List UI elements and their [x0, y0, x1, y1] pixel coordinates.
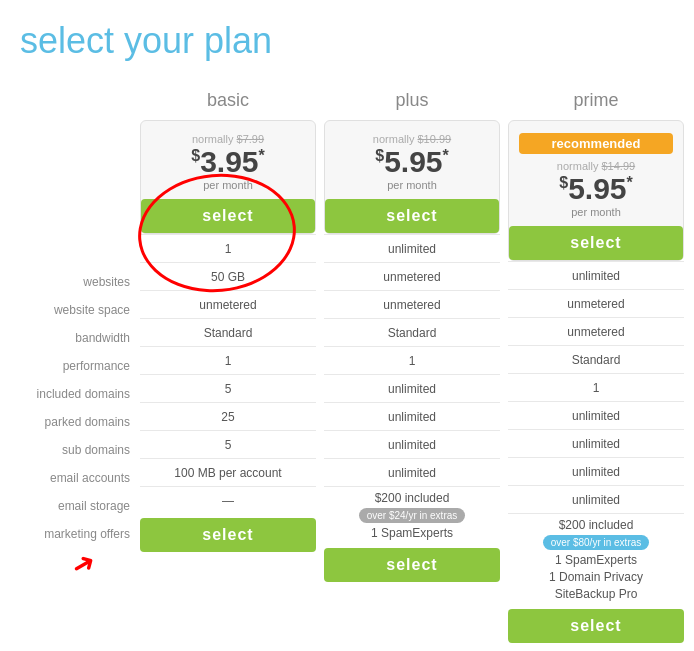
label-included-domains: included domains [10, 380, 140, 408]
feature-email-accounts-basic: 5 [140, 430, 316, 458]
normally-price-plus: normally $10.99 [373, 133, 451, 145]
plan-name-basic: basic [207, 86, 249, 114]
feature-performance-basic: Standard [140, 318, 316, 346]
label-bandwidth: bandwidth [10, 324, 140, 352]
normally-price-prime: normally $14.99 [557, 160, 635, 172]
feature-parked-domains-basic: 5 [140, 374, 316, 402]
feature-labels-column: websites website space bandwidth perform… [10, 86, 140, 548]
plans-area: basic normally $7.99 $3.95* per month se… [140, 86, 684, 643]
label-website-space: website space [10, 296, 140, 324]
feature-marketing-plus: $200 included over $24/yr in extras 1 Sp… [324, 486, 500, 544]
label-websites: websites [10, 268, 140, 296]
feature-websites-prime: unlimited [508, 261, 684, 289]
per-month-basic: per month [203, 179, 253, 191]
feature-included-domains-prime: 1 [508, 373, 684, 401]
feature-rows-prime: unlimited unmetered unmetered Standard 1… [508, 261, 684, 605]
label-parked-domains: parked domains [10, 408, 140, 436]
feature-bandwidth-plus: unmetered [324, 290, 500, 318]
plan-col-prime: prime recommended normally $14.99 $5.95*… [508, 86, 684, 643]
label-marketing-offers: marketing offers [10, 520, 140, 548]
plans-outer-wrapper: ➜ websites website space bandwidth perfo… [10, 86, 684, 643]
label-email-accounts: email accounts [10, 464, 140, 492]
extras-badge-prime: over $80/yr in extras [543, 535, 650, 550]
feature-rows-basic: 1 50 GB unmetered Standard 1 5 25 5 100 … [140, 234, 316, 514]
select-button-basic-top[interactable]: select [141, 199, 315, 233]
feature-websites-plus: unlimited [324, 234, 500, 262]
feature-email-storage-basic: 100 MB per account [140, 458, 316, 486]
feature-websites-basic: 1 [140, 234, 316, 262]
label-email-storage: email storage [10, 492, 140, 520]
label-sub-domains: sub domains [10, 436, 140, 464]
feature-performance-plus: Standard [324, 318, 500, 346]
plan-name-prime: prime [573, 86, 618, 114]
plan-name-plus: plus [395, 86, 428, 114]
recommended-badge: recommended [519, 133, 673, 154]
feature-included-domains-plus: 1 [324, 346, 500, 374]
plan-card-basic: normally $7.99 $3.95* per month select [140, 120, 316, 234]
feature-website-space-basic: 50 GB [140, 262, 316, 290]
main-price-basic: $3.95* [191, 147, 265, 177]
normally-price-basic: normally $7.99 [192, 133, 264, 145]
feature-website-space-plus: unmetered [324, 262, 500, 290]
select-button-basic-bottom[interactable]: select [140, 518, 316, 552]
extras-badge-plus: over $24/yr in extras [359, 508, 466, 523]
main-price-plus: $5.95* [375, 147, 449, 177]
feature-parked-domains-prime: unlimited [508, 401, 684, 429]
plans-wrapper: websites website space bandwidth perform… [10, 86, 684, 643]
feature-email-storage-prime: unlimited [508, 485, 684, 513]
feature-sub-domains-plus: unlimited [324, 402, 500, 430]
feature-marketing-prime: $200 included over $80/yr in extras 1 Sp… [508, 513, 684, 605]
select-button-prime-top[interactable]: select [509, 226, 683, 260]
label-performance: performance [10, 352, 140, 380]
feature-bandwidth-prime: unmetered [508, 317, 684, 345]
plan-col-plus: plus normally $10.99 $5.95* per month se… [324, 86, 500, 643]
per-month-prime: per month [571, 206, 621, 218]
feature-bandwidth-basic: unmetered [140, 290, 316, 318]
per-month-plus: per month [387, 179, 437, 191]
select-button-plus-top[interactable]: select [325, 199, 499, 233]
feature-rows-plus: unlimited unmetered unmetered Standard 1… [324, 234, 500, 544]
plan-col-basic: basic normally $7.99 $3.95* per month se… [140, 86, 316, 643]
main-price-prime: $5.95* [559, 174, 633, 204]
plan-card-prime: recommended normally $14.99 $5.95* per m… [508, 120, 684, 261]
feature-parked-domains-plus: unlimited [324, 374, 500, 402]
feature-email-storage-plus: unlimited [324, 458, 500, 486]
feature-website-space-prime: unmetered [508, 289, 684, 317]
feature-sub-domains-prime: unlimited [508, 429, 684, 457]
feature-marketing-basic: — [140, 486, 316, 514]
select-button-plus-bottom[interactable]: select [324, 548, 500, 582]
plan-card-plus: normally $10.99 $5.95* per month select [324, 120, 500, 234]
feature-sub-domains-basic: 25 [140, 402, 316, 430]
feature-email-accounts-plus: unlimited [324, 430, 500, 458]
feature-email-accounts-prime: unlimited [508, 457, 684, 485]
page-title: select your plan [10, 20, 684, 62]
feature-performance-prime: Standard [508, 345, 684, 373]
feature-included-domains-basic: 1 [140, 346, 316, 374]
select-button-prime-bottom[interactable]: select [508, 609, 684, 643]
